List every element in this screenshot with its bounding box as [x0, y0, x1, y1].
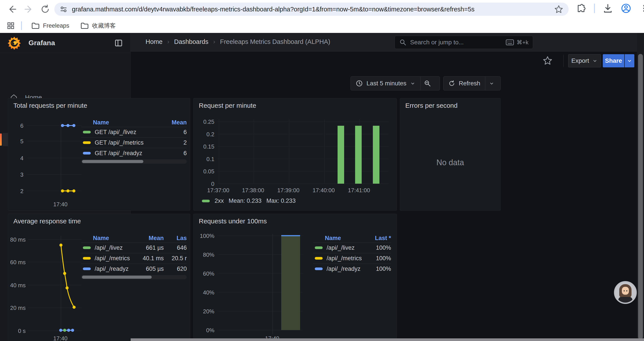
brand-name: Grafana [28, 39, 114, 47]
export-button[interactable]: Export [568, 54, 601, 67]
favorite-star-icon[interactable] [542, 56, 552, 66]
avatar-eye [626, 290, 627, 291]
y-tick: 20% [196, 308, 214, 315]
series-mean: 2 [160, 139, 187, 146]
browser-actions [576, 3, 644, 14]
col-mean[interactable]: Mean [160, 119, 187, 126]
refresh-group: Refresh [443, 76, 501, 90]
legend-row[interactable]: /api/_/metrics 40.1 ms 20.5 r [81, 253, 187, 263]
refresh-label: Refresh [459, 80, 480, 87]
y-tick: 4 [12, 155, 24, 162]
reload-icon[interactable] [40, 4, 50, 15]
zoom-out-button[interactable] [421, 77, 434, 90]
avatar-eye [624, 290, 625, 291]
bookmarks-bar: Freeleaps 收藏博客 [0, 19, 644, 33]
chevron-down-icon [489, 81, 494, 86]
legend-header: Name Mean [81, 119, 187, 126]
grafana-app: Grafana Home Bookmarks [0, 33, 644, 341]
url-text[interactable]: grafana.mathmast.com/d/deytv4rwavabkb/fr… [72, 6, 554, 13]
sidebar-collapse-icon[interactable] [114, 38, 123, 48]
bookmark-folder-blogs[interactable]: 收藏博客 [77, 20, 119, 32]
breadcrumb-current: Freeleaps Metrics Dashboard (ALPHA) [220, 38, 330, 46]
legend-row[interactable]: /api/_/readyz 605 µs 620 [81, 264, 187, 274]
panel-request-per-minute[interactable]: Request per minute 0.25 0.2 0.15 0.1 0.0… [193, 98, 397, 211]
series-color-pill [83, 246, 91, 249]
col-name[interactable]: Name [325, 235, 367, 242]
apps-grid-icon[interactable] [6, 21, 15, 30]
search-icon [399, 39, 406, 46]
series-color-pill [83, 267, 91, 270]
legend-scrollbar-thumb[interactable] [82, 276, 152, 279]
menu-kebab-icon[interactable] [639, 4, 644, 13]
url-bar[interactable]: grafana.mathmast.com/d/deytv4rwavabkb/fr… [54, 3, 568, 16]
refresh-interval-button[interactable] [485, 77, 498, 90]
legend-row[interactable]: /api/_/readyz 100% [313, 264, 391, 274]
panel-errors-per-second[interactable]: Errors per second No data [400, 98, 501, 211]
col-name[interactable]: Name [93, 235, 133, 242]
x-tick: 17:39:00 [277, 187, 300, 194]
col-name[interactable]: Name [93, 119, 160, 126]
refresh-button[interactable]: Refresh [444, 77, 485, 90]
grafana-logo-icon[interactable] [8, 36, 21, 50]
series-mean: 6 [160, 129, 187, 136]
floating-avatar[interactable] [614, 281, 637, 304]
legend-row[interactable]: GET /api/_/readyz 6 [81, 148, 187, 158]
y-tick: 20 ms [8, 304, 26, 311]
breadcrumb-dashboards[interactable]: Dashboards [174, 38, 208, 46]
legend-row[interactable]: /api/_/metrics 100% [313, 253, 391, 263]
row-divider [81, 127, 187, 127]
share-button[interactable]: Share [603, 54, 624, 67]
legend-row[interactable]: GET /api/_/livez 6 [81, 127, 187, 137]
legend-row[interactable]: /api/_/livez 661 µs 646 [81, 243, 187, 253]
series-last: 100% [367, 265, 391, 272]
series-last: 646 [164, 244, 187, 251]
row-divider [313, 242, 391, 243]
actions-divider [563, 55, 564, 67]
screen: grafana.mathmast.com/d/deytv4rwavabkb/fr… [0, 0, 644, 341]
page-scrollbar-thumb[interactable] [638, 54, 643, 339]
y-tick: 6 [12, 122, 24, 129]
bookmark-star-icon[interactable] [554, 5, 563, 14]
share-menu-button[interactable] [625, 54, 634, 67]
y-tick: 40% [196, 289, 214, 296]
profile-icon[interactable] [621, 3, 631, 14]
time-range-button[interactable]: Last 5 minutes [351, 77, 420, 90]
forward-icon[interactable] [24, 4, 34, 15]
panel-total-requests[interactable]: Total requests per minute 6 5 4 3 2 17:4… [8, 98, 190, 211]
breadcrumb-home[interactable]: Home [146, 38, 162, 46]
panel-requests-under-100ms[interactable]: Requests under 100ms 100% 80% 60% 40% 20… [193, 214, 397, 341]
series-mean: 6 [160, 150, 187, 157]
legend-scrollbar[interactable] [81, 159, 187, 164]
search-input[interactable] [410, 39, 506, 46]
breadcrumb-separator: › [167, 38, 169, 45]
folder-icon [31, 21, 40, 30]
series-name: GET /api/_/livez [95, 129, 160, 136]
download-icon[interactable] [603, 3, 613, 14]
series-last: 620 [164, 265, 187, 272]
col-last[interactable]: Las [164, 235, 187, 242]
panel-avg-response-time[interactable]: Average response time 80 ms 60 ms 40 ms … [8, 214, 190, 341]
legend-scrollbar-thumb[interactable] [82, 160, 143, 163]
series-name[interactable]: 2xx [214, 197, 224, 204]
legend-scrollbar[interactable] [81, 275, 187, 279]
col-mean[interactable]: Mean [133, 235, 164, 242]
series-last: 100% [367, 255, 391, 262]
col-last[interactable]: Last * [367, 235, 391, 242]
shortcut-hint: ⌘+k [506, 39, 528, 46]
site-settings-icon[interactable] [60, 5, 68, 13]
legend-row[interactable]: GET /api/_/metrics 2 [81, 138, 187, 147]
series-name: GET /api/_/metrics [95, 139, 160, 146]
x-tick: 17:41:00 [348, 187, 370, 194]
y-tick: 0% [196, 327, 214, 334]
avatar-body [618, 297, 632, 303]
bookmark-folder-freeleaps[interactable]: Freeleaps [28, 20, 73, 32]
search-box[interactable]: ⌘+k [394, 36, 533, 49]
browser-toolbar: grafana.mathmast.com/d/deytv4rwavabkb/fr… [0, 0, 644, 19]
series-last: 100% [367, 244, 391, 251]
back-icon[interactable] [6, 4, 17, 15]
horizontal-scrollbar[interactable] [131, 338, 644, 341]
row-divider [313, 253, 391, 253]
extensions-icon[interactable] [576, 3, 586, 14]
legend-row[interactable]: /api/_/livez 100% [313, 243, 391, 253]
series-name: /api/_/metrics [95, 255, 133, 262]
